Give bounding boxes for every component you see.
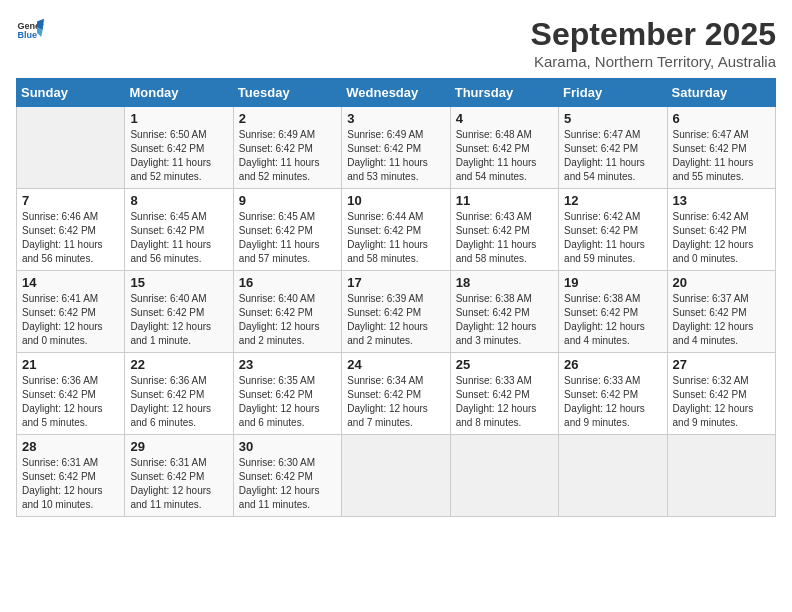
day-info: Sunrise: 6:33 AM Sunset: 6:42 PM Dayligh… [456,374,553,430]
day-info: Sunrise: 6:48 AM Sunset: 6:42 PM Dayligh… [456,128,553,184]
day-info: Sunrise: 6:33 AM Sunset: 6:42 PM Dayligh… [564,374,661,430]
day-number: 7 [22,193,119,208]
day-number: 23 [239,357,336,372]
header-tuesday: Tuesday [233,79,341,107]
day-cell: 2Sunrise: 6:49 AM Sunset: 6:42 PM Daylig… [233,107,341,189]
day-cell: 11Sunrise: 6:43 AM Sunset: 6:42 PM Dayli… [450,189,558,271]
day-info: Sunrise: 6:46 AM Sunset: 6:42 PM Dayligh… [22,210,119,266]
day-number: 3 [347,111,444,126]
logo-icon: General Blue [16,16,44,44]
header-sunday: Sunday [17,79,125,107]
day-cell: 8Sunrise: 6:45 AM Sunset: 6:42 PM Daylig… [125,189,233,271]
header: General Blue September 2025 Karama, Nort… [16,16,776,70]
header-monday: Monday [125,79,233,107]
day-number: 27 [673,357,770,372]
day-number: 29 [130,439,227,454]
logo: General Blue [16,16,44,44]
day-info: Sunrise: 6:49 AM Sunset: 6:42 PM Dayligh… [347,128,444,184]
day-number: 17 [347,275,444,290]
day-number: 25 [456,357,553,372]
day-cell: 29Sunrise: 6:31 AM Sunset: 6:42 PM Dayli… [125,435,233,517]
day-info: Sunrise: 6:40 AM Sunset: 6:42 PM Dayligh… [239,292,336,348]
day-info: Sunrise: 6:44 AM Sunset: 6:42 PM Dayligh… [347,210,444,266]
day-number: 12 [564,193,661,208]
day-info: Sunrise: 6:45 AM Sunset: 6:42 PM Dayligh… [239,210,336,266]
day-number: 24 [347,357,444,372]
day-number: 18 [456,275,553,290]
day-cell: 20Sunrise: 6:37 AM Sunset: 6:42 PM Dayli… [667,271,775,353]
day-info: Sunrise: 6:32 AM Sunset: 6:42 PM Dayligh… [673,374,770,430]
day-info: Sunrise: 6:50 AM Sunset: 6:42 PM Dayligh… [130,128,227,184]
day-number: 16 [239,275,336,290]
day-number: 22 [130,357,227,372]
day-number: 11 [456,193,553,208]
day-info: Sunrise: 6:49 AM Sunset: 6:42 PM Dayligh… [239,128,336,184]
day-info: Sunrise: 6:37 AM Sunset: 6:42 PM Dayligh… [673,292,770,348]
day-info: Sunrise: 6:41 AM Sunset: 6:42 PM Dayligh… [22,292,119,348]
day-number: 9 [239,193,336,208]
day-cell [559,435,667,517]
day-number: 14 [22,275,119,290]
day-cell: 30Sunrise: 6:30 AM Sunset: 6:42 PM Dayli… [233,435,341,517]
day-number: 2 [239,111,336,126]
week-row-3: 21Sunrise: 6:36 AM Sunset: 6:42 PM Dayli… [17,353,776,435]
day-number: 21 [22,357,119,372]
header-wednesday: Wednesday [342,79,450,107]
day-number: 10 [347,193,444,208]
header-friday: Friday [559,79,667,107]
day-cell: 19Sunrise: 6:38 AM Sunset: 6:42 PM Dayli… [559,271,667,353]
day-info: Sunrise: 6:36 AM Sunset: 6:42 PM Dayligh… [130,374,227,430]
day-cell: 27Sunrise: 6:32 AM Sunset: 6:42 PM Dayli… [667,353,775,435]
header-saturday: Saturday [667,79,775,107]
day-cell: 12Sunrise: 6:42 AM Sunset: 6:42 PM Dayli… [559,189,667,271]
day-cell: 24Sunrise: 6:34 AM Sunset: 6:42 PM Dayli… [342,353,450,435]
day-cell [342,435,450,517]
day-cell: 5Sunrise: 6:47 AM Sunset: 6:42 PM Daylig… [559,107,667,189]
calendar-table: SundayMondayTuesdayWednesdayThursdayFrid… [16,78,776,517]
day-cell: 4Sunrise: 6:48 AM Sunset: 6:42 PM Daylig… [450,107,558,189]
day-info: Sunrise: 6:39 AM Sunset: 6:42 PM Dayligh… [347,292,444,348]
day-cell: 25Sunrise: 6:33 AM Sunset: 6:42 PM Dayli… [450,353,558,435]
week-row-4: 28Sunrise: 6:31 AM Sunset: 6:42 PM Dayli… [17,435,776,517]
day-number: 30 [239,439,336,454]
calendar-header-row: SundayMondayTuesdayWednesdayThursdayFrid… [17,79,776,107]
week-row-0: 1Sunrise: 6:50 AM Sunset: 6:42 PM Daylig… [17,107,776,189]
day-info: Sunrise: 6:45 AM Sunset: 6:42 PM Dayligh… [130,210,227,266]
day-number: 20 [673,275,770,290]
day-cell: 7Sunrise: 6:46 AM Sunset: 6:42 PM Daylig… [17,189,125,271]
day-info: Sunrise: 6:38 AM Sunset: 6:42 PM Dayligh… [564,292,661,348]
day-info: Sunrise: 6:31 AM Sunset: 6:42 PM Dayligh… [130,456,227,512]
day-number: 19 [564,275,661,290]
day-info: Sunrise: 6:40 AM Sunset: 6:42 PM Dayligh… [130,292,227,348]
day-cell [667,435,775,517]
day-cell: 1Sunrise: 6:50 AM Sunset: 6:42 PM Daylig… [125,107,233,189]
svg-text:Blue: Blue [17,30,37,40]
day-cell: 26Sunrise: 6:33 AM Sunset: 6:42 PM Dayli… [559,353,667,435]
subtitle: Karama, Northern Territory, Australia [531,53,776,70]
day-number: 1 [130,111,227,126]
day-cell [450,435,558,517]
day-info: Sunrise: 6:38 AM Sunset: 6:42 PM Dayligh… [456,292,553,348]
day-info: Sunrise: 6:47 AM Sunset: 6:42 PM Dayligh… [564,128,661,184]
day-info: Sunrise: 6:42 AM Sunset: 6:42 PM Dayligh… [673,210,770,266]
day-number: 4 [456,111,553,126]
day-cell: 28Sunrise: 6:31 AM Sunset: 6:42 PM Dayli… [17,435,125,517]
day-cell: 13Sunrise: 6:42 AM Sunset: 6:42 PM Dayli… [667,189,775,271]
header-thursday: Thursday [450,79,558,107]
day-cell: 14Sunrise: 6:41 AM Sunset: 6:42 PM Dayli… [17,271,125,353]
day-cell [17,107,125,189]
day-cell: 9Sunrise: 6:45 AM Sunset: 6:42 PM Daylig… [233,189,341,271]
day-info: Sunrise: 6:35 AM Sunset: 6:42 PM Dayligh… [239,374,336,430]
day-info: Sunrise: 6:43 AM Sunset: 6:42 PM Dayligh… [456,210,553,266]
day-number: 8 [130,193,227,208]
day-number: 5 [564,111,661,126]
day-number: 28 [22,439,119,454]
day-cell: 17Sunrise: 6:39 AM Sunset: 6:42 PM Dayli… [342,271,450,353]
day-cell: 15Sunrise: 6:40 AM Sunset: 6:42 PM Dayli… [125,271,233,353]
day-cell: 21Sunrise: 6:36 AM Sunset: 6:42 PM Dayli… [17,353,125,435]
day-cell: 23Sunrise: 6:35 AM Sunset: 6:42 PM Dayli… [233,353,341,435]
day-cell: 6Sunrise: 6:47 AM Sunset: 6:42 PM Daylig… [667,107,775,189]
day-number: 15 [130,275,227,290]
day-number: 13 [673,193,770,208]
day-info: Sunrise: 6:31 AM Sunset: 6:42 PM Dayligh… [22,456,119,512]
